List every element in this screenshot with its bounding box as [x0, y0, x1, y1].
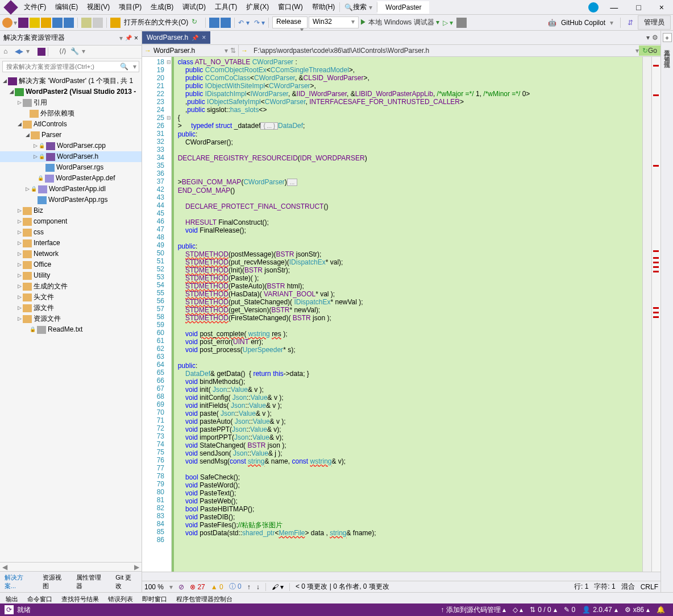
menu-item[interactable]: 调试(D) [178, 0, 210, 14]
quick-search[interactable]: 🔍 搜索 ▾ [339, 2, 377, 12]
open-containing-folder[interactable]: 打开所在的文件夹(O) [122, 18, 190, 27]
menu-item[interactable]: 帮助(H) [308, 0, 340, 14]
wrench-icon[interactable]: 🔧 [70, 47, 80, 56]
platform-select[interactable]: Win32 ▾ [309, 16, 359, 28]
icon[interactable] [81, 18, 92, 28]
solution-search-input[interactable] [3, 61, 118, 72]
go-button[interactable]: ↻Go [639, 46, 660, 56]
dropdown-icon[interactable]: ▾ [119, 34, 123, 42]
output-tab[interactable]: 即时窗口 [139, 594, 171, 602]
tree-node[interactable]: ReadMe.txt [48, 325, 82, 334]
menu-item[interactable]: 视图(V) [82, 0, 114, 14]
panel-tab[interactable]: Git 更改 [111, 572, 142, 592]
tree-node[interactable]: Parser [41, 130, 61, 140]
new-project-icon[interactable] [18, 18, 28, 28]
solution-node[interactable]: 解决方案 'WordPaster' (1 个项目, 共 1 [19, 76, 133, 86]
gear-icon[interactable]: ⚙ [652, 34, 658, 42]
pin-icon[interactable]: 📌 [125, 35, 132, 41]
menu-item[interactable]: 编辑(E) [51, 0, 82, 14]
project-node[interactable]: WordPaster2 (Visual Studio 2013 - [26, 87, 136, 97]
redo-icon[interactable]: ↷ ▾ [254, 19, 265, 27]
issues-status[interactable]: ✎ 0 [564, 606, 576, 614]
error-count[interactable]: ⊗ 27 [190, 583, 205, 591]
brush-icon[interactable]: 🖌 ▾ [272, 583, 284, 591]
tree-node[interactable]: Biz [34, 206, 43, 216]
vertical-scrollbar[interactable] [642, 57, 651, 572]
back-icon[interactable]: ◀▸ [15, 47, 24, 56]
tree-node[interactable]: WordPasterApp.rgs [48, 195, 108, 205]
save-all-icon[interactable] [221, 18, 231, 28]
active-document-tab[interactable]: WordPaster [377, 1, 429, 14]
tree-node[interactable]: WordParser.rgs [56, 163, 103, 172]
output-tab[interactable]: 程序包管理器控制台 [173, 594, 236, 602]
sync-status[interactable]: ⇅ 0 / 0 ▴ [530, 606, 556, 614]
eol-mode[interactable]: CRLF [641, 583, 658, 591]
nav-down-icon[interactable]: ↓ [256, 583, 260, 591]
show-all-icon[interactable]: ⟨/⟩ [59, 47, 68, 56]
maximize-button[interactable]: □ [629, 1, 647, 14]
scroll-left-icon[interactable]: ◀ [2, 563, 7, 571]
dropdown-icon[interactable]: ▾ [14, 19, 17, 27]
line-indicator[interactable]: 行: 1 [574, 582, 588, 592]
undo-icon[interactable]: ↶ ▾ [238, 19, 249, 27]
line-gutter[interactable]: 18⊟19202122232425⊟2631323334353637424344… [142, 57, 172, 572]
sync-icon[interactable]: ⟳ [5, 605, 14, 614]
arch-indicator[interactable]: ⚙ x86 ▴ [625, 606, 650, 614]
folder-icon[interactable] [110, 18, 121, 28]
scroll-right-icon[interactable]: ▶ [134, 563, 139, 571]
tree-node[interactable]: Office [34, 260, 51, 270]
live-share[interactable]: 👤 2.0.47 ▴ [582, 606, 617, 614]
close-button[interactable]: × [653, 1, 671, 14]
side-tab-notifications[interactable]: 通知 [662, 49, 672, 53]
nav-back-icon[interactable] [2, 18, 13, 28]
panel-tab[interactable]: 资源视图 [38, 572, 72, 592]
menu-item[interactable]: 项目(P) [114, 0, 146, 14]
close-icon[interactable]: × [202, 34, 206, 42]
tree-node[interactable]: 头文件 [34, 292, 54, 302]
info-count[interactable]: ⓘ 0 [229, 582, 242, 592]
tree-node[interactable]: css [34, 228, 44, 237]
panel-tab[interactable]: 解决方案... [0, 572, 38, 592]
zoom-select[interactable]: 100 % [144, 583, 164, 591]
search-icon[interactable]: 🔍 [118, 63, 131, 71]
sync-icon[interactable] [38, 48, 45, 56]
output-tab[interactable]: 输出 [2, 594, 22, 602]
indent-mode[interactable]: 混合 [621, 582, 635, 592]
menu-item[interactable]: 扩展(X) [242, 0, 273, 14]
output-tab[interactable]: 错误列表 [105, 594, 136, 602]
tree-node[interactable]: 资源文件 [34, 314, 61, 324]
tree-node-selected[interactable]: WordParser.h [57, 152, 98, 162]
feedback-icon[interactable] [588, 2, 599, 13]
nav-up-icon[interactable]: ↑ [247, 583, 251, 591]
share-icon[interactable]: ⇵ [628, 19, 633, 27]
save-icon[interactable] [209, 18, 219, 28]
codelens-summary[interactable]: < 0 项更改 | 0 名作者, 0 项更改 [296, 582, 389, 592]
tree-node[interactable]: component [34, 217, 67, 226]
solution-tree[interactable]: 解决方案 'WordPaster' (1 个项目, 共 1 WordPaster… [0, 75, 142, 562]
output-tab[interactable]: 查找符号结果 [58, 594, 102, 602]
source-control-add[interactable]: ↑ 添加到源代码管理 ▴ [441, 605, 506, 615]
file-tab-active[interactable]: WordParser.h 📌 × [142, 31, 210, 44]
scope-select[interactable]: →WordParser.h▾⇅ [142, 45, 239, 56]
tree-node[interactable]: Interface [34, 238, 60, 248]
tree-node[interactable]: 外部依赖项 [40, 109, 74, 118]
tree-node[interactable]: AtlControls [34, 119, 67, 129]
new-item-icon[interactable] [30, 18, 40, 28]
health-icon[interactable]: ⊘ [178, 583, 184, 591]
code-editor[interactable]: class ATL_NO_VTABLE CWordParser : public… [172, 57, 642, 572]
start-no-debug-icon[interactable]: ▷ ▾ [443, 19, 453, 27]
col-indicator[interactable]: 字符: 1 [594, 582, 615, 592]
menu-item[interactable]: 生成(B) [146, 0, 178, 14]
dropdown-icon[interactable]: ▾ [646, 34, 650, 42]
home-icon[interactable]: ⌂ [3, 47, 13, 56]
tree-node[interactable]: WordPasterApp.idl [49, 184, 106, 194]
menu-item[interactable]: 文件(F) [19, 0, 51, 14]
warning-count[interactable]: ▲ 0 [211, 583, 223, 591]
pin-icon[interactable]: 📌 [192, 35, 198, 41]
start-debug-button[interactable]: ▶ 本地 Windows 调试器 ▾ [360, 18, 439, 27]
menu-item[interactable]: 窗口(W) [273, 0, 307, 14]
tree-node[interactable]: Network [34, 249, 59, 259]
tree-node[interactable]: Utility [34, 271, 50, 280]
dropdown-icon[interactable]: ▾ [131, 63, 139, 71]
tree-node[interactable]: 引用 [34, 98, 47, 108]
